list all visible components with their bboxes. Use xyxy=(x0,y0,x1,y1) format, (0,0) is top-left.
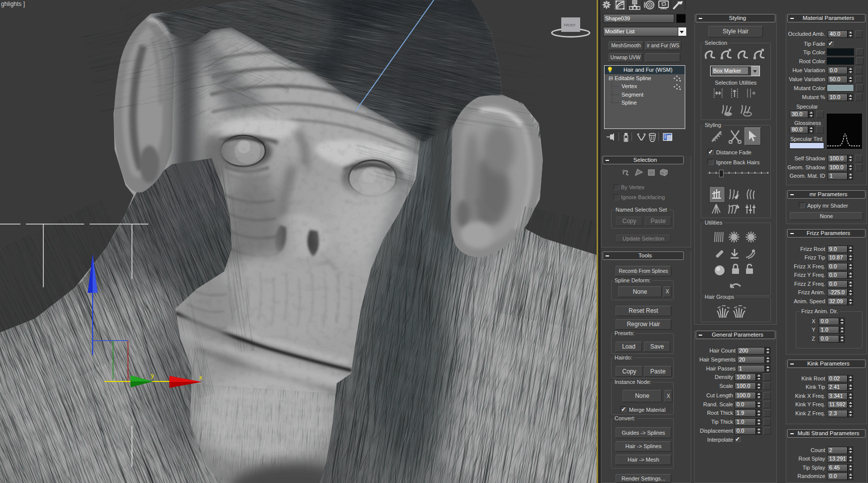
svg-text:y: y xyxy=(151,371,154,379)
svg-text:x: x xyxy=(199,373,203,381)
svg-text:FRONT: FRONT xyxy=(564,23,576,27)
svg-text:ghlights ]: ghlights ] xyxy=(1,0,25,7)
